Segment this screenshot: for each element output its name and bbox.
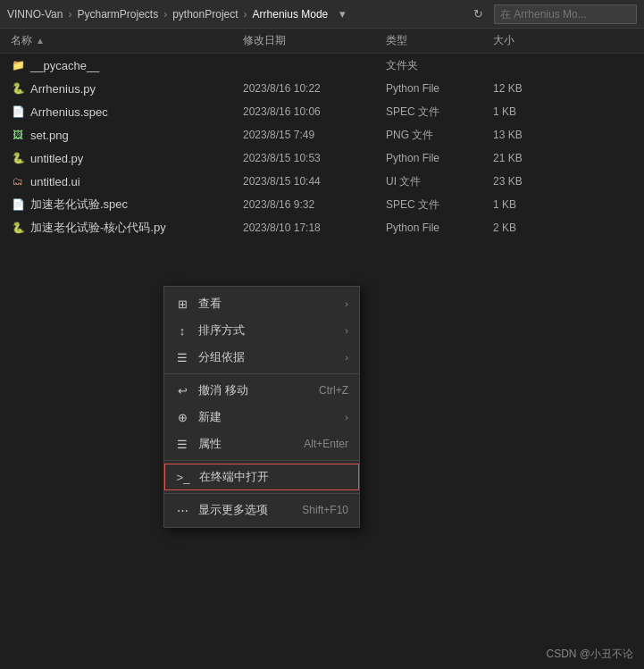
topbar-right: ↻ xyxy=(467,4,637,25)
file-type: UI 文件 xyxy=(386,174,493,189)
file-icon: 📁 xyxy=(11,58,25,72)
file-name: 加速老化试验-核心代码.py xyxy=(30,220,166,236)
breadcrumb-dropdown-icon[interactable]: ▾ xyxy=(331,4,353,25)
sep2: › xyxy=(163,8,167,21)
file-name: 加速老化试验.spec xyxy=(30,197,128,213)
menu-arrow-group: › xyxy=(345,352,348,363)
file-size: 13 KB xyxy=(493,129,565,141)
file-type: Python File xyxy=(386,152,493,164)
file-size: 23 KB xyxy=(493,175,565,188)
file-date: 2023/8/10 17:18 xyxy=(243,222,386,234)
file-type: SPEC 文件 xyxy=(386,105,493,120)
menu-shortcut-undo: Ctrl+Z xyxy=(319,384,348,397)
search-input[interactable] xyxy=(494,4,637,24)
breadcrumb-project[interactable]: pythonProject xyxy=(172,8,238,21)
menu-divider xyxy=(164,373,359,374)
file-date: 2023/8/16 10:06 xyxy=(243,105,386,118)
file-name: untitled.py xyxy=(30,152,83,165)
menu-icon-new: ⊕ xyxy=(175,410,189,424)
file-icon: 🗂 xyxy=(11,174,25,188)
file-list-container: 名称 ▲ 修改日期 类型 大小 📁 __pycache__ 文件夹 🐍 Arrh… xyxy=(0,29,644,669)
menu-divider xyxy=(164,460,359,461)
menu-label-sort: 排序方式 xyxy=(198,322,336,339)
file-name: Arrhenius.spec xyxy=(30,105,108,119)
file-icon: 📄 xyxy=(11,105,25,119)
menu-arrow-new: › xyxy=(345,412,348,422)
file-type: Python File xyxy=(386,222,493,234)
table-row[interactable]: 🐍 Arrhenius.py 2023/8/16 10:22 Python Fi… xyxy=(0,77,644,100)
table-row[interactable]: 🐍 untitled.py 2023/8/15 10:53 Python Fil… xyxy=(0,146,644,170)
file-name: set.png xyxy=(30,129,69,142)
file-icon: 🐍 xyxy=(11,221,25,235)
file-type: 文件夹 xyxy=(386,58,493,73)
file-name: __pycache__ xyxy=(30,59,99,72)
file-date: 2023/8/15 7:49 xyxy=(243,129,386,141)
file-type: SPEC 文件 xyxy=(386,197,493,213)
menu-icon-view: ⊞ xyxy=(175,297,189,311)
file-icon: 🐍 xyxy=(11,151,25,165)
breadcrumb-current[interactable]: Arrhenius Mode xyxy=(253,8,329,21)
topbar: VINNO-Van › PycharmProjects › pythonProj… xyxy=(0,0,644,29)
file-size: 1 KB xyxy=(493,105,565,118)
menu-label-view: 查看 xyxy=(198,296,336,312)
menu-icon-more: ⋯ xyxy=(175,503,189,517)
column-headers: 名称 ▲ 修改日期 类型 大小 xyxy=(0,29,644,54)
file-rows: 📁 __pycache__ 文件夹 🐍 Arrhenius.py 2023/8/… xyxy=(0,54,644,239)
context-menu: ⊞ 查看 › ↕ 排序方式 › ☰ 分组依据 › ↩ 撤消 移动 Ctrl+Z … xyxy=(163,286,360,528)
table-row[interactable]: 🗂 untitled.ui 2023/8/15 10:44 UI 文件 23 K… xyxy=(0,170,644,193)
file-name: untitled.ui xyxy=(30,175,80,188)
file-date: 2023/8/16 9:32 xyxy=(243,198,386,211)
menu-label-terminal: 在终端中打开 xyxy=(199,469,347,485)
menu-arrow-sort: › xyxy=(345,325,348,336)
breadcrumb-pycharm[interactable]: PycharmProjects xyxy=(77,8,158,21)
col-size-header[interactable]: 大小 xyxy=(493,33,565,48)
menu-item-undo[interactable]: ↩ 撤消 移动 Ctrl+Z xyxy=(164,377,359,404)
menu-item-more[interactable]: ⋯ 显示更多选项 Shift+F10 xyxy=(164,497,359,523)
menu-item-new[interactable]: ⊕ 新建 › xyxy=(164,404,359,431)
file-type: Python File xyxy=(386,82,493,95)
file-name: Arrhenius.py xyxy=(30,82,96,96)
menu-label-properties: 属性 xyxy=(198,436,295,452)
col-type-header[interactable]: 类型 xyxy=(386,33,493,48)
file-date: 2023/8/16 10:22 xyxy=(243,82,386,95)
file-size: 1 KB xyxy=(493,198,565,211)
file-type: PNG 文件 xyxy=(386,128,493,143)
file-date: 2023/8/15 10:53 xyxy=(243,152,386,164)
table-row[interactable]: 📄 Arrhenius.spec 2023/8/16 10:06 SPEC 文件… xyxy=(0,100,644,123)
table-row[interactable]: 📄 加速老化试验.spec 2023/8/16 9:32 SPEC 文件 1 K… xyxy=(0,193,644,216)
col-name-header[interactable]: 名称 ▲ xyxy=(11,33,243,48)
sort-arrow-icon: ▲ xyxy=(36,36,45,46)
menu-label-more: 显示更多选项 xyxy=(198,502,293,518)
file-size: 21 KB xyxy=(493,152,565,164)
file-size: 12 KB xyxy=(493,82,565,95)
watermark: CSDN @小丑不论 xyxy=(546,647,633,662)
breadcrumb-vinno[interactable]: VINNO-Van xyxy=(7,8,63,21)
table-row[interactable]: 📁 __pycache__ 文件夹 xyxy=(0,54,644,77)
menu-shortcut-properties: Alt+Enter xyxy=(304,438,348,450)
file-size: 2 KB xyxy=(493,222,565,234)
sep1: › xyxy=(68,8,71,21)
menu-label-undo: 撤消 移动 xyxy=(198,382,310,398)
menu-label-new: 新建 xyxy=(198,409,336,425)
menu-item-view[interactable]: ⊞ 查看 › xyxy=(164,290,359,317)
menu-item-properties[interactable]: ☰ 属性 Alt+Enter xyxy=(164,431,359,457)
file-icon: 🐍 xyxy=(11,81,25,96)
refresh-button[interactable]: ↻ xyxy=(467,4,489,25)
table-row[interactable]: 🐍 加速老化试验-核心代码.py 2023/8/10 17:18 Python … xyxy=(0,216,644,239)
sep3: › xyxy=(244,8,247,21)
menu-icon-sort: ↕ xyxy=(175,323,189,338)
col-date-header[interactable]: 修改日期 xyxy=(243,33,386,48)
menu-icon-terminal: >_ xyxy=(176,470,190,484)
menu-label-group: 分组依据 xyxy=(198,349,336,365)
file-icon: 📄 xyxy=(11,197,25,212)
table-row[interactable]: 🖼 set.png 2023/8/15 7:49 PNG 文件 13 KB xyxy=(0,123,644,146)
menu-item-group[interactable]: ☰ 分组依据 › xyxy=(164,344,359,371)
menu-arrow-view: › xyxy=(345,298,348,309)
menu-item-terminal[interactable]: >_ 在终端中打开 xyxy=(164,464,359,490)
menu-item-sort[interactable]: ↕ 排序方式 › xyxy=(164,317,359,344)
menu-icon-properties: ☰ xyxy=(175,437,189,451)
menu-icon-undo: ↩ xyxy=(175,383,189,397)
file-date: 2023/8/15 10:44 xyxy=(243,175,386,188)
file-icon: 🖼 xyxy=(11,128,25,142)
menu-shortcut-more: Shift+F10 xyxy=(302,504,348,516)
